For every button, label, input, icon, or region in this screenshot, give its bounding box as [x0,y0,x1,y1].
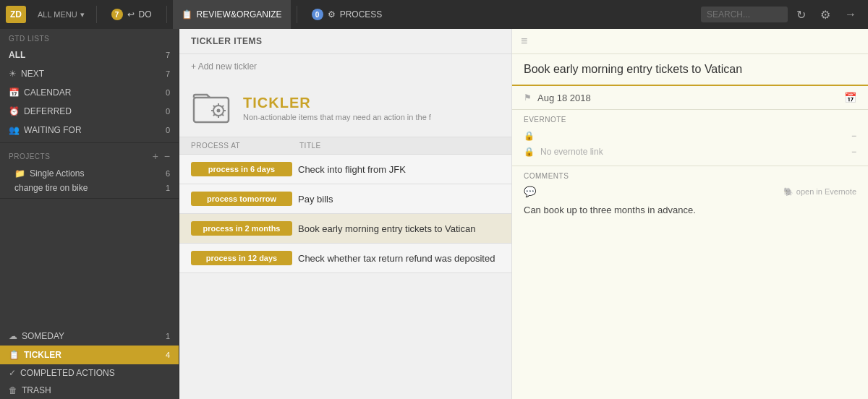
app-logo: ZD [6,6,26,23]
tickler-item[interactable]: process in 12 days Check whether tax ret… [179,244,511,273]
sidebar: GTD LISTS ALL 7 ☀ NEXT 7 📅 CALENDAR 0 ⏰ … [0,29,179,399]
detail-date: Aug 18 2018 [537,93,838,103]
refresh-icon[interactable]: ↻ [791,5,812,25]
nav-divider-2 [166,6,167,23]
lock-icon-1: 🔒 [524,131,535,141]
check-icon: ✓ [9,368,16,378]
process-badge: 0 [312,9,323,20]
evernote-row-2: 🔒 No evernote link − [524,144,856,160]
tickler-intro-text: TICKLER Non-actionable items that may ne… [243,95,431,121]
top-nav: ZD ALL MENU ▾ 7 ↩ DO 📋 REVIEW&ORGANIZE 0… [0,0,868,29]
tickler-panel: TICKLER ITEMS + Add new tickler TICKLER … [179,29,512,399]
tickler-items-list: process in 6 days Check into flight from… [179,155,511,273]
main-area: GTD LISTS ALL 7 ☀ NEXT 7 📅 CALENDAR 0 ⏰ … [0,29,868,399]
tickler-item-title: Book early morning entry tickets to Vati… [292,223,500,234]
flag-icon: ⚑ [524,93,532,103]
calendar-picker-icon[interactable]: 📅 [844,92,856,103]
sidebar-bottom: ☁ SOMEDAY 1 📋 TICKLER 4 ✓ COMPLETED ACTI… [0,327,179,399]
folder-icon: 📁 [14,168,25,179]
sidebar-divider-1 [0,142,179,143]
tickler-item[interactable]: process tomorrow Pay bills [179,184,511,214]
someday-icon: ☁ [9,331,17,341]
tickler-item-title: Pay bills [292,194,500,205]
tickler-item[interactable]: process in 2 months Book early morning e… [179,214,511,244]
tickler-intro-icon [191,87,231,128]
next-icon: ☀ [9,69,17,79]
tickler-intro: TICKLER Non-actionable items that may ne… [179,79,511,137]
sidebar-all[interactable]: ALL 7 [0,46,179,64]
tickler-icon: 📋 [9,350,20,360]
process-badge: process tomorrow [191,192,292,206]
detail-toolbar: ≡ [512,29,868,54]
deferred-icon: ⏰ [9,106,20,116]
svg-point-2 [217,109,221,113]
nav-divider-3 [297,6,297,23]
tickler-table-header: PROCESS AT TITLE [179,137,511,155]
settings-icon[interactable]: ⚙ [814,5,836,25]
add-project-icon[interactable]: + [153,150,158,162]
sidebar-someday[interactable]: ☁ SOMEDAY 1 [0,327,179,346]
project-change-tire[interactable]: change tire on bike 1 [0,181,179,195]
comments-toolbar: 💬 🐘 open in Evernote [524,186,856,197]
evernote-action-2[interactable]: − [851,147,856,157]
sidebar-calendar[interactable]: 📅 CALENDAR 0 [0,83,179,102]
open-in-evernote-link[interactable]: 🐘 open in Evernote [783,187,856,197]
sidebar-trash[interactable]: 🗑 TRASH [0,382,179,399]
tickler-item[interactable]: process in 6 days Check into flight from… [179,155,511,184]
process-badge: process in 12 days [191,251,292,265]
detail-meta: ⚑ Aug 18 2018 📅 [512,86,868,110]
process-badge: process in 6 days [191,162,292,176]
projects-actions: + − [153,150,170,162]
folder-gear-icon [192,89,230,126]
evernote-section: EVERNOTE 🔒 − 🔒 No evernote link − [512,110,868,166]
nav-divider-1 [96,6,97,23]
detail-title-area: Book early morning entry tickets to Vati… [512,54,868,86]
evernote-action-1[interactable]: − [851,131,856,141]
sidebar-completed[interactable]: ✓ COMPLETED ACTIONS [0,364,179,382]
lock-icon-2: 🔒 [524,147,535,157]
gtd-lists-header: GTD LISTS [0,29,179,46]
comments-section: COMMENTS 💬 🐘 open in Evernote Can book u… [512,166,868,223]
tickler-panel-header: TICKLER ITEMS [179,29,511,54]
trash-icon: 🗑 [9,385,17,395]
hamburger-icon[interactable]: ≡ [521,35,527,48]
add-tickler-button[interactable]: + Add new tickler [191,59,500,74]
sidebar-waiting[interactable]: 👥 WAITING FOR 0 [0,121,179,140]
sidebar-deferred[interactable]: ⏰ DEFERRED 0 [0,102,179,121]
nav-review[interactable]: 📋 REVIEW&ORGANIZE [173,0,291,29]
evernote-row-1: 🔒 − [524,128,856,144]
detail-panel: ≡ Book early morning entry tickets to Va… [512,29,868,399]
comment-add-icon[interactable]: 💬 [524,186,536,197]
evernote-note-2: No evernote link [540,147,846,157]
detail-title[interactable]: Book early morning entry tickets to Vati… [524,63,856,76]
waiting-icon: 👥 [9,125,20,135]
comment-text: Can book up to three months in advance. [524,203,856,218]
projects-header: PROJECTS + − [0,146,179,166]
calendar-icon: 📅 [9,87,20,98]
sidebar-tickler[interactable]: 📋 TICKLER 4 [0,346,179,364]
nav-process[interactable]: 0 ⚙ PROCESS [303,0,391,29]
all-menu-button[interactable]: ALL MENU ▾ [32,10,90,20]
tickler-item-title: Check whether tax return refund was depo… [292,253,500,264]
process-badge: process in 2 months [191,221,292,236]
do-badge: 7 [111,9,123,20]
project-single-actions[interactable]: 📁 Single Actions 6 [0,166,179,181]
logout-icon[interactable]: → [839,5,862,24]
tickler-item-title: Check into flight from JFK [292,164,500,175]
sidebar-divider-2 [0,198,179,199]
collapse-projects-icon[interactable]: − [164,150,170,162]
nav-do[interactable]: 7 ↩ DO [103,0,161,29]
search-input[interactable] [701,7,788,22]
sidebar-next[interactable]: ☀ NEXT 7 [0,64,179,83]
